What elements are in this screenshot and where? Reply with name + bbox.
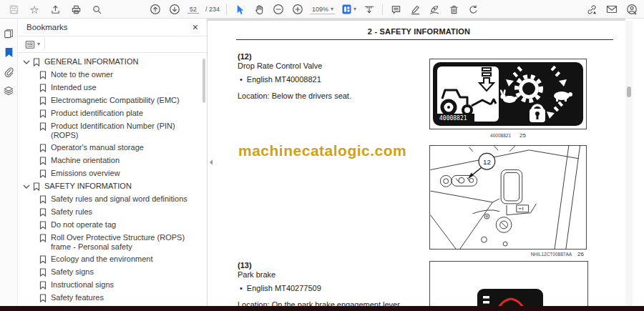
hand-tool-button[interactable] (253, 2, 265, 16)
document-scrollbar-track[interactable] (625, 21, 633, 306)
bookmark-icon (33, 58, 40, 67)
decal-code: 40008821 (439, 115, 467, 122)
section-number: (12) (238, 52, 416, 61)
bookmark-label: Product Identification Number (PIN) (ROP… (51, 122, 197, 140)
email-button[interactable] (605, 2, 618, 16)
share-link-button[interactable] (585, 2, 598, 16)
next-page-button[interactable] (168, 2, 181, 16)
bookmark-item[interactable]: Safety rules (18, 206, 207, 219)
bookmark-icon (39, 221, 47, 230)
signature-button[interactable] (428, 2, 441, 16)
toolbar-nav-group: 52 / 234 109% ▾ ▾ (149, 0, 479, 19)
attachments-panel-button[interactable] (2, 66, 15, 77)
highlight-button[interactable] (409, 2, 421, 16)
bookmark-label: Intended use (51, 83, 97, 92)
bookmark-item[interactable]: Safety signs (18, 266, 207, 279)
search-button[interactable] (90, 2, 103, 16)
comment-button[interactable] (389, 2, 402, 16)
bookmark-icon (39, 195, 47, 204)
zoom-level-dropdown[interactable]: 109% ▾ (311, 5, 335, 14)
bookmark-item[interactable]: Operator's manual storage (18, 142, 207, 154)
bookmark-item[interactable]: Do not operate tag (18, 219, 207, 232)
bookmarks-options-button[interactable]: ▾ (25, 39, 45, 50)
bookmark-item[interactable]: Ecology and the environment (18, 253, 207, 266)
page-view-dropdown[interactable]: ▾ (341, 2, 356, 16)
account-button[interactable] (625, 2, 638, 16)
fit-width-button[interactable] (363, 2, 376, 16)
bookmark-item[interactable]: Product Identification Number (PIN) (ROP… (18, 120, 207, 142)
location-drawing-graphic: 12 (430, 146, 586, 249)
bookmark-icon (33, 182, 40, 192)
bookmark-icon (39, 84, 47, 93)
bookmark-item[interactable]: Machine orientation (18, 154, 207, 167)
delete-button[interactable] (447, 2, 460, 16)
layers-panel-button[interactable] (2, 85, 15, 97)
bookmark-label: GENERAL INFORMATION (44, 57, 138, 66)
page-header: 2 - SAFETY INFORMATION (213, 27, 625, 36)
chevron-down-icon: ▾ (37, 41, 40, 47)
bookmark-item[interactable]: Instructional signs (18, 279, 207, 292)
close-icon[interactable]: × (192, 22, 198, 32)
bookmark-item[interactable]: Emissions overview (18, 167, 207, 180)
thumbnails-panel-button[interactable] (2, 27, 15, 39)
bookmark-item[interactable]: Roll Over Protective Structure (ROPS) fr… (18, 232, 207, 253)
bookmark-label: Instructional signs (51, 280, 114, 290)
sidebar-scrollbar[interactable] (203, 59, 205, 103)
document-scrollbar-thumb[interactable] (627, 87, 631, 97)
select-tool-button[interactable] (233, 2, 246, 16)
bookmark-label: Safety rules (51, 207, 92, 217)
bookmarks-panel-button[interactable] (2, 46, 15, 58)
figure-caption-number: 26 (577, 251, 584, 257)
bookmark-label: Operator's manual storage (51, 143, 144, 152)
bookmarks-tree: GENERAL INFORMATION Note to the owner In… (18, 53, 207, 311)
upload-button[interactable] (49, 2, 62, 16)
bookmark-item[interactable]: Safety features (18, 292, 207, 305)
bookmark-label: Emissions overview (51, 169, 120, 178)
bookmark-label: Product identification plate (51, 109, 143, 118)
page-total-label: / 234 (205, 6, 220, 13)
safety-decal-graphic: 40008821 (432, 61, 584, 127)
park-brake-decal-graphic: P (430, 262, 587, 311)
save-button[interactable] (7, 2, 20, 16)
bookmark-label: Machine orientation (51, 156, 119, 165)
zoom-out-button[interactable] (272, 2, 285, 16)
bookmark-icon (39, 208, 47, 217)
bookmark-category-general-information[interactable]: GENERAL INFORMATION (18, 56, 207, 69)
previous-page-button[interactable] (149, 2, 162, 16)
page-number-input[interactable]: 52 (187, 5, 199, 14)
bookmark-label: SAFETY INFORMATION (44, 182, 132, 191)
bookmark-label: Note to the owner (51, 70, 113, 79)
bookmark-item[interactable]: Intended use (18, 82, 207, 94)
bookmark-category-safety-information[interactable]: SAFETY INFORMATION (18, 180, 207, 193)
figure-caption-code: NHIL12CT00887AA (531, 252, 572, 257)
bookmarks-toolbar: ▾ (18, 36, 207, 53)
section-bullet-text: English MT40277509 (247, 284, 321, 293)
bookmark-label: Electromagnetic Compatibility (EMC) (51, 96, 180, 105)
section-12: (12) Drop Rate Control Valve • English M… (238, 52, 416, 101)
bookmark-label: Roll Over Protective Structure (ROPS) fr… (51, 233, 197, 252)
star-button[interactable]: ☆ (28, 2, 41, 16)
figure-location-drawing: 12 (429, 145, 587, 250)
bookmarks-sidebar: Bookmarks × ▾ GENERAL INFORMATION Note t… (18, 19, 208, 311)
bookmark-item[interactable]: Electromagnetic Compatibility (EMC) (18, 94, 207, 107)
bookmark-icon (39, 71, 47, 80)
rotate-button[interactable] (467, 2, 479, 16)
bookmark-icon (39, 268, 47, 277)
toolbar-divider (382, 4, 383, 15)
figure-caption-number: 25 (519, 132, 526, 139)
bullet-icon: • (240, 75, 243, 84)
bookmark-label: Do not operate tag (51, 220, 116, 229)
bookmark-item[interactable]: Safety rules and signal word definitions (18, 193, 207, 206)
figure-caption: NHIL12CT00887AA 26 (429, 251, 584, 257)
bookmark-label: Ecology and the environment (51, 255, 152, 264)
zoom-in-button[interactable] (291, 2, 304, 16)
bullet-icon: • (240, 284, 243, 293)
print-button[interactable] (69, 2, 82, 16)
bookmark-item[interactable]: Product identification plate (18, 107, 207, 120)
bookmark-item[interactable]: Note to the owner (18, 69, 207, 82)
bookmark-icon (39, 169, 47, 179)
figure-caption: 40008821 25 (429, 132, 587, 139)
bookmarks-title: Bookmarks (26, 23, 68, 31)
bookmark-icon (39, 234, 47, 243)
bookmark-icon (39, 255, 47, 265)
